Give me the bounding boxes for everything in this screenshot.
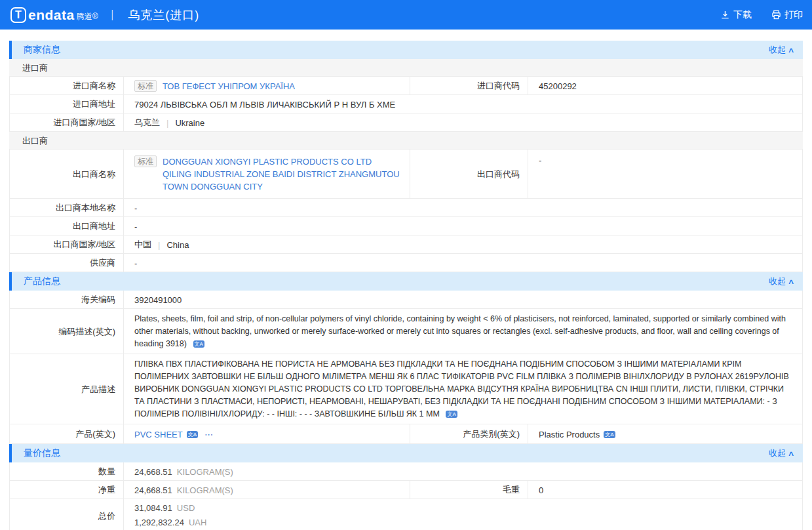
table-row-product-desc: 产品描述 ПЛІВКА ПВХ ПЛАСТИФІКОВАНА НЕ ПОРИСТ… bbox=[10, 354, 802, 424]
net-weight-label: 净重 bbox=[10, 481, 124, 499]
qty-unit: KILOGRAM(S) bbox=[177, 467, 233, 477]
hs-desc-label: 编码描述(英文) bbox=[10, 309, 124, 354]
exporter-name-link[interactable]: DONGGUAN XIONGYI PLASTIC PRODUCTS CO LTD… bbox=[163, 155, 400, 193]
section-header-merchant: 商家信息 收起 ∧ bbox=[9, 41, 803, 59]
total-uah-unit: UAH bbox=[189, 516, 206, 530]
gross-weight-label: 毛重 bbox=[410, 481, 528, 499]
category-cell: Plastic Products 文A bbox=[528, 424, 802, 443]
table-row-qty: 数量 24,668.51 KILOGRAM(S) bbox=[10, 462, 802, 481]
product-desc-label: 产品描述 bbox=[10, 354, 124, 424]
print-icon bbox=[771, 10, 781, 20]
collapse-quantity-label: 收起 bbox=[769, 447, 786, 459]
collapse-product-label: 收起 bbox=[769, 275, 786, 287]
table-row-weights: 净重 24,668.51 KILOGRAM(S) 毛重 0 bbox=[10, 481, 802, 499]
exporter-country-cell: 中国 | China bbox=[124, 235, 802, 253]
collapse-quantity-button[interactable]: 收起 ∧ bbox=[769, 447, 794, 459]
importer-code-value: 45200292 bbox=[528, 77, 802, 94]
importer-name-label: 进口商名称 bbox=[10, 77, 124, 94]
translate-icon[interactable]: 文A bbox=[193, 340, 204, 348]
total-usd-value: 31,084.91 bbox=[134, 501, 172, 516]
table-row-exporter-name: 出口商名称 标准 DONGGUAN XIONGYI PLASTIC PRODUC… bbox=[10, 150, 802, 199]
exporter-code-label: 出口商代码 bbox=[410, 150, 528, 198]
table-row-exporter-local-name: 出口商本地名称 - bbox=[10, 199, 802, 217]
hs-desc-cell: Plates, sheets, film, foil and strip, of… bbox=[124, 309, 802, 354]
hs-code-value: 3920491000 bbox=[124, 291, 802, 308]
net-weight-unit: KILOGRAM(S) bbox=[177, 485, 233, 495]
pipe-divider: | bbox=[158, 240, 160, 250]
top-bar: T endata 腾道® ｜ 乌克兰(进口) 下载 打印 bbox=[0, 0, 812, 30]
exporter-local-name-value: - bbox=[124, 199, 802, 216]
translate-icon[interactable]: 文A bbox=[446, 411, 457, 418]
exporter-address-label: 出口商地址 bbox=[10, 217, 124, 235]
table-row-total-price: 总价 31,084.91 USD 1,292,832.24 UAH bbox=[10, 499, 802, 530]
exporter-country-label: 出口商国家/地区 bbox=[10, 235, 124, 253]
section-title-product: 产品信息 bbox=[24, 275, 60, 287]
exporter-address-value: - bbox=[124, 217, 802, 235]
total-usd-unit: USD bbox=[177, 501, 195, 516]
total-price-cell: 31,084.91 USD 1,292,832.24 UAH bbox=[124, 499, 802, 530]
table-row-importer-country: 进口商国家/地区 乌克兰 | Ukraine bbox=[10, 113, 802, 132]
supplier-label: 供应商 bbox=[10, 254, 124, 272]
section-title-quantity: 量价信息 bbox=[24, 447, 60, 459]
quantity-rows: 数量 24,668.51 KILOGRAM(S) 净重 24,668.51 KI… bbox=[9, 462, 803, 530]
exporter-country-en: China bbox=[166, 240, 189, 250]
category-label: 产品类别(英文) bbox=[410, 424, 528, 443]
print-button[interactable]: 打印 bbox=[771, 9, 803, 21]
net-weight-value: 24,668.51 bbox=[134, 485, 172, 495]
table-row-supplier: 供应商 - bbox=[10, 254, 802, 272]
exporter-code-value: - bbox=[528, 150, 802, 198]
collapse-merchant-label: 收起 bbox=[769, 44, 786, 56]
exporter-name-label: 出口商名称 bbox=[10, 150, 124, 198]
product-en-cell: PVC SHEET 文A ⋯ bbox=[124, 424, 410, 443]
net-weight-cell: 24,668.51 KILOGRAM(S) bbox=[124, 481, 410, 499]
translate-icon[interactable]: 文A bbox=[187, 431, 198, 438]
collapse-merchant-button[interactable]: 收起 ∧ bbox=[769, 44, 794, 56]
gross-weight-value: 0 bbox=[528, 481, 802, 499]
importer-country-label: 进口商国家/地区 bbox=[10, 113, 124, 131]
more-ellipsis-button[interactable]: ⋯ bbox=[204, 430, 214, 439]
standard-tag: 标准 bbox=[134, 155, 157, 167]
importer-country-cell: 乌克兰 | Ukraine bbox=[124, 113, 802, 131]
supplier-value: - bbox=[124, 254, 802, 272]
section-title-merchant: 商家信息 bbox=[24, 44, 60, 56]
topbar-actions: 下载 打印 bbox=[720, 9, 803, 21]
print-label: 打印 bbox=[784, 9, 803, 21]
total-uah-value: 1,292,832.24 bbox=[134, 516, 184, 530]
translate-icon[interactable]: 文A bbox=[604, 431, 615, 438]
table-row-exporter-country: 出口商国家/地区 中国 | China bbox=[10, 235, 802, 254]
chevron-up-icon: ∧ bbox=[787, 46, 794, 54]
section-header-quantity: 量价信息 收起 ∧ bbox=[9, 444, 803, 462]
download-button[interactable]: 下载 bbox=[720, 9, 752, 21]
chevron-up-icon: ∧ bbox=[787, 449, 794, 458]
table-row-importer-address: 进口商地址 79024 ЛЬВІВСЬКА ОБЛ М ЛЬВІВ ЛИЧАКІ… bbox=[10, 95, 802, 113]
collapse-product-button[interactable]: 收起 ∧ bbox=[769, 275, 794, 287]
importer-name-cell: 标准 ТОВ ГЕФЕСТ УНІПРОМ УКРАЇНА bbox=[124, 77, 410, 94]
standard-tag: 标准 bbox=[134, 80, 157, 92]
logo-text: endata bbox=[28, 7, 75, 23]
download-label: 下载 bbox=[733, 9, 752, 21]
section-header-product: 产品信息 收起 ∧ bbox=[9, 272, 803, 291]
table-row-importer-name: 进口商名称 标准 ТОВ ГЕФЕСТ УНІПРОМ УКРАЇНА 进口商代… bbox=[10, 77, 802, 95]
exporter-rows: 出口商名称 标准 DONGGUAN XIONGYI PLASTIC PRODUC… bbox=[9, 150, 803, 272]
download-icon bbox=[720, 10, 730, 20]
title-divider: ｜ bbox=[107, 8, 118, 22]
pipe-divider: | bbox=[166, 118, 168, 128]
product-en-link[interactable]: PVC SHEET bbox=[134, 430, 183, 439]
importer-name-link[interactable]: ТОВ ГЕФЕСТ УНІПРОМ УКРАЇНА bbox=[163, 81, 295, 91]
product-desc-text: ПЛІВКА ПВХ ПЛАСТИФІКОВАНА НЕ ПОРИСТА НЕ … bbox=[134, 359, 789, 418]
product-desc-cell: ПЛІВКА ПВХ ПЛАСТИФІКОВАНА НЕ ПОРИСТА НЕ … bbox=[124, 354, 802, 424]
detail-content: 商家信息 收起 ∧ 进口商 进口商名称 标准 ТОВ ГЕФЕСТ УНІПРО… bbox=[9, 41, 803, 530]
exporter-name-cell: 标准 DONGGUAN XIONGYI PLASTIC PRODUCTS CO … bbox=[124, 150, 410, 198]
product-en-label: 产品(英文) bbox=[10, 424, 124, 443]
importer-code-label: 进口商代码 bbox=[410, 77, 528, 94]
table-row-hs-desc: 编码描述(英文) Plates, sheets, film, foil and … bbox=[10, 309, 802, 354]
table-row-product-en: 产品(英文) PVC SHEET 文A ⋯ 产品类别(英文) Plastic P… bbox=[10, 424, 802, 444]
exporter-local-name-label: 出口商本地名称 bbox=[10, 199, 124, 216]
logo-cn-text: 腾道® bbox=[77, 11, 98, 22]
product-rows: 海关编码 3920491000 编码描述(英文) Plates, sheets,… bbox=[9, 291, 803, 444]
qty-label: 数量 bbox=[10, 462, 124, 480]
importer-country-cn: 乌克兰 bbox=[134, 117, 160, 129]
hs-code-label: 海关编码 bbox=[10, 291, 124, 308]
total-price-label: 总价 bbox=[10, 499, 124, 530]
table-row-exporter-address: 出口商地址 - bbox=[10, 217, 802, 235]
